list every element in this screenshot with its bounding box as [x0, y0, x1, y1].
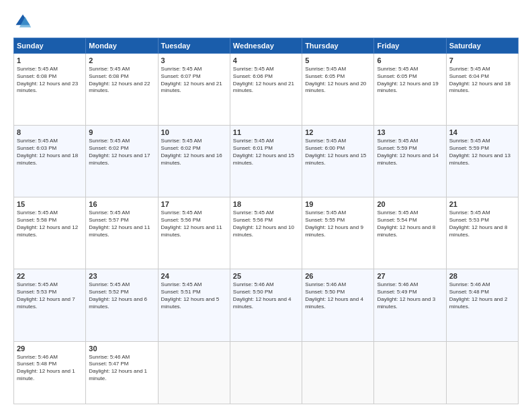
empty-cell: [230, 341, 302, 404]
day-10: 10Sunrise: 5:45 AMSunset: 6:02 PMDayligh…: [158, 126, 230, 197]
day-16: 16Sunrise: 5:45 AMSunset: 5:57 PMDayligh…: [86, 197, 158, 269]
empty-cell: [374, 341, 446, 404]
day-26: 26Sunrise: 5:46 AMSunset: 5:50 PMDayligh…: [302, 269, 374, 341]
calendar-week-5: 29Sunrise: 5:46 AMSunset: 5:48 PMDayligh…: [14, 341, 519, 404]
day-25: 25Sunrise: 5:46 AMSunset: 5:50 PMDayligh…: [230, 269, 302, 341]
header: [13, 12, 519, 31]
calendar-week-3: 15Sunrise: 5:45 AMSunset: 5:58 PMDayligh…: [14, 197, 519, 269]
calendar-week-4: 22Sunrise: 5:45 AMSunset: 5:53 PMDayligh…: [14, 269, 519, 341]
weekday-header-friday: Friday: [374, 38, 446, 54]
day-3: 3Sunrise: 5:45 AMSunset: 6:07 PMDaylight…: [158, 54, 230, 126]
empty-cell: [158, 341, 230, 404]
day-6: 6Sunrise: 5:45 AMSunset: 6:05 PMDaylight…: [374, 54, 446, 126]
day-12: 12Sunrise: 5:45 AMSunset: 6:00 PMDayligh…: [302, 126, 374, 197]
day-17: 17Sunrise: 5:45 AMSunset: 5:56 PMDayligh…: [158, 197, 230, 269]
day-11: 11Sunrise: 5:45 AMSunset: 6:01 PMDayligh…: [230, 126, 302, 197]
day-22: 22Sunrise: 5:45 AMSunset: 5:53 PMDayligh…: [14, 269, 86, 341]
day-1: 1Sunrise: 5:45 AMSunset: 6:08 PMDaylight…: [14, 54, 86, 126]
day-9: 9Sunrise: 5:45 AMSunset: 6:02 PMDaylight…: [86, 126, 158, 197]
calendar: SundayMondayTuesdayWednesdayThursdayFrid…: [13, 38, 519, 404]
logo-icon: [13, 12, 32, 31]
day-21: 21Sunrise: 5:45 AMSunset: 5:53 PMDayligh…: [446, 197, 518, 269]
empty-cell: [302, 341, 374, 404]
day-4: 4Sunrise: 5:45 AMSunset: 6:06 PMDaylight…: [230, 54, 302, 126]
day-27: 27Sunrise: 5:46 AMSunset: 5:49 PMDayligh…: [374, 269, 446, 341]
day-8: 8Sunrise: 5:45 AMSunset: 6:03 PMDaylight…: [14, 126, 86, 197]
empty-cell: [446, 341, 518, 404]
calendar-week-1: 1Sunrise: 5:45 AMSunset: 6:08 PMDaylight…: [14, 54, 519, 126]
day-18: 18Sunrise: 5:45 AMSunset: 5:56 PMDayligh…: [230, 197, 302, 269]
weekday-header-tuesday: Tuesday: [158, 38, 230, 54]
weekday-header-thursday: Thursday: [302, 38, 374, 54]
weekday-header-monday: Monday: [86, 38, 158, 54]
calendar-week-2: 8Sunrise: 5:45 AMSunset: 6:03 PMDaylight…: [14, 126, 519, 197]
day-13: 13Sunrise: 5:45 AMSunset: 5:59 PMDayligh…: [374, 126, 446, 197]
weekday-header-saturday: Saturday: [446, 38, 518, 54]
day-29: 29Sunrise: 5:46 AMSunset: 5:48 PMDayligh…: [14, 341, 86, 404]
page: SundayMondayTuesdayWednesdayThursdayFrid…: [0, 0, 532, 411]
day-2: 2Sunrise: 5:45 AMSunset: 6:08 PMDaylight…: [86, 54, 158, 126]
day-7: 7Sunrise: 5:45 AMSunset: 6:04 PMDaylight…: [446, 54, 518, 126]
day-19: 19Sunrise: 5:45 AMSunset: 5:55 PMDayligh…: [302, 197, 374, 269]
weekday-header-sunday: Sunday: [14, 38, 86, 54]
day-15: 15Sunrise: 5:45 AMSunset: 5:58 PMDayligh…: [14, 197, 86, 269]
weekday-header-row: SundayMondayTuesdayWednesdayThursdayFrid…: [14, 38, 519, 54]
day-20: 20Sunrise: 5:45 AMSunset: 5:54 PMDayligh…: [374, 197, 446, 269]
day-14: 14Sunrise: 5:45 AMSunset: 5:59 PMDayligh…: [446, 126, 518, 197]
day-28: 28Sunrise: 5:46 AMSunset: 5:48 PMDayligh…: [446, 269, 518, 341]
day-30: 30Sunrise: 5:46 AMSunset: 5:47 PMDayligh…: [86, 341, 158, 404]
logo: [13, 12, 35, 31]
weekday-header-wednesday: Wednesday: [230, 38, 302, 54]
day-5: 5Sunrise: 5:45 AMSunset: 6:05 PMDaylight…: [302, 54, 374, 126]
day-23: 23Sunrise: 5:45 AMSunset: 5:52 PMDayligh…: [86, 269, 158, 341]
day-24: 24Sunrise: 5:45 AMSunset: 5:51 PMDayligh…: [158, 269, 230, 341]
